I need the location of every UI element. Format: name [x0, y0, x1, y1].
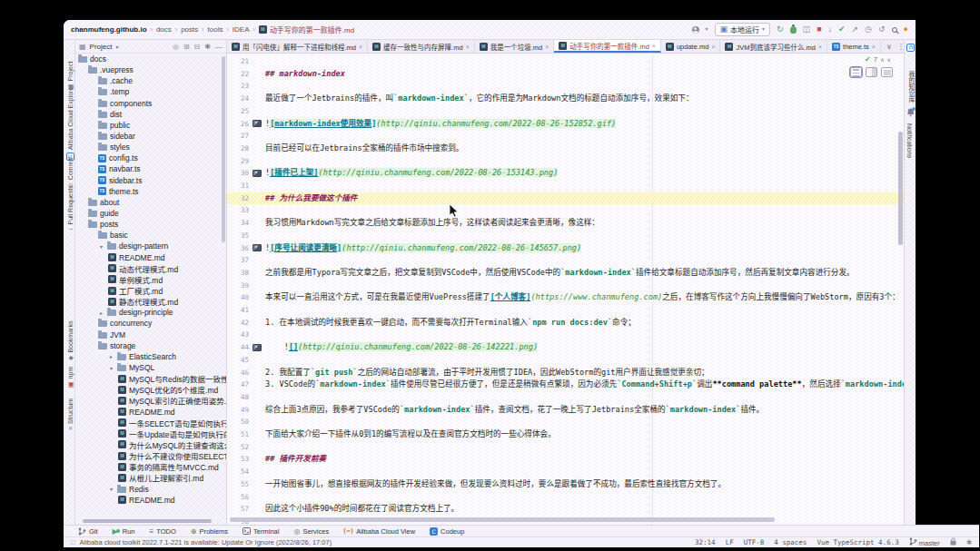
- rollback-icon[interactable]: ↺: [878, 25, 886, 34]
- stop-icon[interactable]: ■: [817, 25, 821, 34]
- tree-item[interactable]: 为什么不建议你使用SELECT*.md: [75, 450, 226, 461]
- tree-item[interactable]: 从根儿上理解索引.md: [75, 472, 226, 483]
- project-tree-vscrollbar[interactable]: [222, 56, 225, 242]
- close-icon[interactable]: ×: [652, 43, 656, 49]
- breadcrumb-item[interactable]: posts: [181, 25, 198, 34]
- tree-item[interactable]: ▸design-principle: [75, 307, 226, 318]
- editor-line[interactable]: 23: [227, 80, 904, 93]
- editor-line[interactable]: 50: [227, 416, 904, 428]
- breadcrumb-item[interactable]: docs: [156, 25, 172, 34]
- status-message[interactable]: Alibaba cloud toolkit 2022.7.1-221 is av…: [80, 538, 332, 546]
- tree-item[interactable]: MySQL优化的5个维度.md: [75, 384, 226, 395]
- tree-item[interactable]: theme.ts: [75, 186, 226, 197]
- editor-line[interactable]: 462. 我配置了`git push`之后的网站自动部署流，由于平时开发用惯了I…: [227, 367, 904, 379]
- editor-line[interactable]: 37: [227, 254, 904, 267]
- push-icon[interactable]: ↗: [852, 25, 859, 34]
- editor-line[interactable]: 31: [227, 180, 904, 192]
- editor-line[interactable]: 34我习惯用Markdown写完文章之后给文章标题添加上序号，这样读者阅读起来会…: [227, 217, 904, 230]
- editor-line[interactable]: 35: [227, 230, 904, 242]
- close-icon[interactable]: ×: [359, 44, 362, 50]
- editor[interactable]: 2122## markdown-index2324最近做了一个Jetbrains…: [227, 54, 904, 525]
- editor-tab[interactable]: 用「闪电侠」解释一下进程和线程.md×: [227, 40, 368, 53]
- tree-item[interactable]: ▾design-pattern: [75, 241, 226, 251]
- toolwindow-button-run[interactable]: ▶Run: [105, 527, 143, 536]
- editor-line[interactable]: 49综合上面3点原因，我参考了VSCode的`markdown-index`插件…: [227, 404, 904, 417]
- tree-item[interactable]: MySQL索引的正确使用姿势.md: [75, 395, 226, 406]
- tree-item[interactable]: 一条Update语句是如何执行的.md: [75, 428, 226, 439]
- editor-tab[interactable]: 缓存一致性与内存屏障.md×: [368, 40, 475, 53]
- tree-item[interactable]: ▾MySQL: [75, 362, 226, 373]
- editor-vscrollbar[interactable]: [898, 132, 903, 245]
- editor-line[interactable]: 38之前我都是用Typora写完文章之后，把文章复制到VSCode中，然后使用V…: [227, 267, 904, 280]
- status-segment[interactable]: UTF-8: [744, 538, 765, 546]
- toolwindow-button-commit[interactable]: ⊙Commit: [65, 158, 75, 188]
- tree-item[interactable]: .vuepress: [75, 64, 226, 75]
- editor-line[interactable]: 45: [227, 354, 904, 367]
- chevron-down-icon[interactable]: ▾: [108, 365, 114, 371]
- editor-line[interactable]: 52: [227, 441, 904, 454]
- toolwindow-button-structure[interactable]: ≡Structure: [65, 398, 75, 431]
- gear-icon[interactable]: ✱: [966, 538, 972, 546]
- tree-item[interactable]: sidebar.ts: [75, 175, 226, 186]
- editor-line[interactable]: 43: [227, 329, 904, 341]
- close-icon[interactable]: ×: [711, 44, 715, 50]
- editor-line[interactable]: 48: [227, 391, 904, 404]
- editor-tab[interactable]: update.md×: [661, 40, 721, 53]
- status-segment[interactable]: 32:14: [695, 538, 716, 546]
- editor-tab[interactable]: theme.ts×: [827, 40, 881, 53]
- tree-item[interactable]: 静态代理模式.md: [75, 296, 226, 307]
- editor-line[interactable]: 39: [227, 280, 904, 292]
- toolwindow-button-todo[interactable]: ≡TODO: [143, 527, 183, 536]
- tree-item[interactable]: about: [75, 197, 226, 208]
- tree-item[interactable]: 单例模式.md: [75, 274, 226, 285]
- editor-line[interactable]: 27: [227, 130, 904, 143]
- locate-icon[interactable]: ◎: [173, 43, 179, 51]
- editor-line[interactable]: 30![插件已上架](http://qiniu.chanmufeng.com/2…: [227, 167, 904, 180]
- tree-item[interactable]: ▸ElasticSearch: [75, 351, 226, 362]
- git-branch-widget[interactable]: master: [909, 537, 940, 547]
- tree-item[interactable]: concurrency: [75, 318, 226, 329]
- tree-item[interactable]: ▾Redis: [75, 483, 226, 494]
- tree-item[interactable]: docs: [75, 54, 226, 64]
- editor-tab[interactable]: 我是一个垃圾.md×: [475, 40, 555, 53]
- commit-icon[interactable]: ✔: [838, 25, 846, 34]
- editor-line[interactable]: 40本来可以一直沿用这个方式，可是在我最近使用VuePress搭建了[个人博客]…: [227, 291, 904, 304]
- chevron-right-icon[interactable]: ▸: [98, 310, 104, 316]
- tree-item[interactable]: posts: [75, 219, 226, 230]
- toolwindow-button-knowledge-base[interactable]: 我的知识库: [906, 71, 916, 103]
- toolwindow-button-npm[interactable]: ▣npm: [65, 367, 75, 388]
- tree-item[interactable]: README.md: [75, 407, 226, 418]
- tree-item[interactable]: 一条SELECT语句是如何执行的.md: [75, 418, 226, 428]
- status-checkbox-icon[interactable]: □: [71, 538, 75, 546]
- run-config-select[interactable]: ▣ 本地运行 ▾: [715, 23, 771, 36]
- editor-line[interactable]: 25: [227, 105, 904, 118]
- tree-item[interactable]: basic: [75, 230, 226, 241]
- status-segment[interactable]: Vue TypeScript 4.6.3: [817, 538, 898, 546]
- editor-line[interactable]: 26![markdown-index使用效果](http://qiniu.cha…: [227, 118, 904, 131]
- editor-tab[interactable]: JVM到底该学习些什么.md×: [720, 40, 827, 53]
- editor-line[interactable]: 21: [227, 55, 904, 68]
- editor-line[interactable]: 29: [227, 155, 904, 168]
- inspections-widget[interactable]: ✔7 ∧ ∨: [865, 55, 891, 64]
- collapse-all-icon[interactable]: ⊟: [194, 43, 201, 51]
- rerun-icon[interactable]: ↻: [777, 25, 784, 34]
- editor-line[interactable]: 28目前已经可以在Jetbrains全家桶的插件市场中搜索到。: [227, 143, 904, 155]
- breadcrumb-file[interactable]: 动手写你的第一款插件.md: [259, 25, 354, 34]
- toolwindow-button-terminal[interactable]: Terminal: [235, 527, 286, 536]
- tree-item[interactable]: storage: [75, 340, 226, 351]
- editor-line[interactable]: 33: [227, 204, 904, 217]
- settings-icon[interactable]: ✱: [204, 43, 211, 51]
- editor-line[interactable]: 56: [227, 491, 904, 504]
- split-view-button[interactable]: [866, 67, 877, 77]
- image-preview-icon[interactable]: [252, 244, 262, 251]
- toolwindow-button-alibaba-cloud-view[interactable]: Alibaba Cloud View: [336, 527, 422, 536]
- tree-item[interactable]: 事务的隔离性与MVCC.md: [75, 461, 226, 472]
- editor-line[interactable]: 51下面给大家介绍一下插件从0到1的编写流程以及在查阅官方文档时的一些心得体会。: [227, 428, 904, 441]
- editor-only-view-button[interactable]: [850, 67, 862, 77]
- close-icon[interactable]: ×: [466, 44, 470, 50]
- tree-item[interactable]: sidebar: [75, 131, 226, 142]
- toolwindow-button-bookmarks[interactable]: ◆Bookmarks: [65, 321, 75, 360]
- tree-item[interactable]: public: [75, 120, 226, 131]
- prev-problem-icon[interactable]: ∧: [880, 56, 884, 63]
- editor-line[interactable]: 421. 在本地调试的时候我更喜欢一键启动，而不需要每次打开Terminal输入…: [227, 317, 904, 330]
